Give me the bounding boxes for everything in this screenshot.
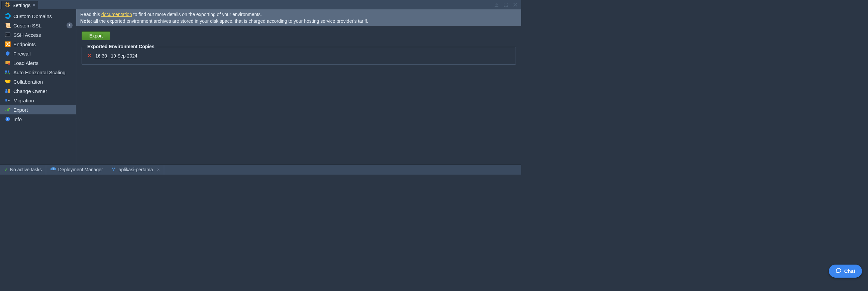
migration-icon (5, 97, 11, 104)
sidebar-item-export[interactable]: Export (0, 105, 76, 114)
footer-bar: ✔ No active tasks Deployment Manager apl… (0, 165, 521, 175)
sidebar-item-label: Export (13, 107, 28, 113)
shield-icon (5, 51, 11, 57)
tasks-status[interactable]: ✔ No active tasks (0, 165, 46, 175)
svg-text:i: i (7, 117, 8, 121)
endpoints-icon: 🔀 (5, 41, 11, 47)
sidebar-item-label: Info (13, 116, 22, 122)
exported-copies-fieldset: Exported Environment Copies ✕ 16:30 | 19… (82, 47, 516, 64)
info-banner: Read this documentation to find out more… (76, 9, 521, 27)
sidebar-item-info[interactable]: i Info (0, 114, 76, 124)
sidebar-item-label: Change Owner (13, 88, 47, 94)
export-entry: ✕ 16:30 | 19 Sep 2024 (85, 52, 512, 60)
svg-rect-4 (5, 70, 7, 72)
cloud-upload-icon (50, 167, 56, 173)
environment-tab[interactable]: aplikasi-pertama × (107, 165, 164, 175)
upload-icon[interactable] (66, 22, 72, 28)
download-icon[interactable] (494, 2, 499, 7)
delete-icon[interactable]: ✕ (87, 53, 92, 59)
svg-rect-11 (5, 110, 6, 111)
sidebar-item-change-owner[interactable]: Change Owner (0, 86, 76, 96)
scaling-icon (5, 69, 11, 75)
content-panel: Read this documentation to find out more… (76, 9, 521, 164)
fieldset-legend: Exported Environment Copies (85, 44, 156, 49)
deployment-label: Deployment Manager (58, 167, 103, 172)
globe-icon: 🌐 (5, 13, 11, 19)
note-label: Note (80, 19, 91, 24)
banner-text-1: Read this (80, 12, 101, 17)
tab-bar: Settings × (0, 0, 521, 9)
env-tab-label: aplikasi-pertama (119, 167, 153, 172)
svg-rect-18 (113, 169, 114, 171)
export-icon (5, 107, 11, 113)
sidebar-item-label: Auto Horizontal Scaling (13, 69, 65, 75)
sidebar-item-label: SSH Access (13, 32, 41, 38)
svg-rect-9 (8, 91, 10, 93)
terminal-icon: >_ (5, 32, 11, 38)
svg-text:>_: >_ (6, 33, 9, 36)
sidebar-item-ssh-access[interactable]: >_ SSH Access (0, 30, 76, 39)
tasks-label: No active tasks (10, 167, 42, 172)
tab-title: Settings (12, 2, 30, 8)
svg-point-7 (8, 89, 10, 91)
documentation-link[interactable]: documentation (101, 12, 132, 17)
export-button[interactable]: Export (82, 31, 110, 40)
svg-rect-17 (114, 168, 115, 169)
sidebar-item-label: Endpoints (13, 41, 36, 47)
sidebar-item-custom-ssl[interactable]: 📜 Custom SSL (0, 21, 76, 30)
close-icon[interactable]: × (32, 2, 35, 8)
svg-point-6 (5, 89, 7, 91)
users-icon (5, 88, 11, 94)
sidebar: 🌐 Custom Domains 📜 Custom SSL >_ SSH Acc… (0, 9, 76, 164)
sidebar-item-label: Custom Domains (13, 13, 52, 19)
tab-settings[interactable]: Settings × (1, 1, 38, 9)
sidebar-item-auto-scaling[interactable]: Auto Horizontal Scaling (0, 67, 76, 77)
sidebar-item-label: Collaboration (13, 79, 43, 85)
sidebar-item-custom-domains[interactable]: 🌐 Custom Domains (0, 11, 76, 21)
close-env-tab-icon[interactable]: × (157, 167, 160, 172)
sidebar-item-collaboration[interactable]: 🤝 Collaboration (0, 77, 76, 86)
handshake-icon: 🤝 (5, 79, 11, 85)
svg-rect-13 (8, 108, 9, 111)
svg-rect-16 (112, 168, 113, 169)
gear-icon (4, 2, 10, 8)
svg-point-3 (8, 63, 10, 64)
export-archive-link[interactable]: 16:30 | 19 Sep 2024 (95, 53, 137, 59)
sidebar-item-label: Custom SSL (13, 23, 41, 28)
info-icon: i (5, 116, 11, 122)
sidebar-item-label: Load Alerts (13, 60, 38, 66)
svg-rect-5 (8, 70, 9, 72)
sidebar-item-load-alerts[interactable]: Load Alerts (0, 58, 76, 67)
maximize-icon[interactable] (503, 2, 508, 7)
svg-rect-10 (5, 99, 7, 102)
certificate-icon: 📜 (5, 22, 11, 28)
sidebar-item-label: Firewall (13, 51, 31, 57)
alert-icon (5, 60, 11, 66)
sidebar-item-migration[interactable]: Migration (0, 96, 76, 105)
banner-text-2: to find out more details on the exportin… (132, 12, 262, 17)
sidebar-item-firewall[interactable]: Firewall (0, 49, 76, 58)
note-text: : all the exported environment archives … (91, 19, 368, 24)
deployment-manager-tab[interactable]: Deployment Manager (46, 165, 107, 175)
nodes-icon (111, 167, 117, 173)
check-icon: ✔ (4, 167, 8, 172)
svg-rect-12 (7, 109, 8, 111)
sidebar-item-endpoints[interactable]: 🔀 Endpoints (0, 39, 76, 49)
svg-rect-8 (5, 91, 8, 93)
close-window-icon[interactable] (513, 2, 518, 7)
sidebar-item-label: Migration (13, 98, 34, 104)
